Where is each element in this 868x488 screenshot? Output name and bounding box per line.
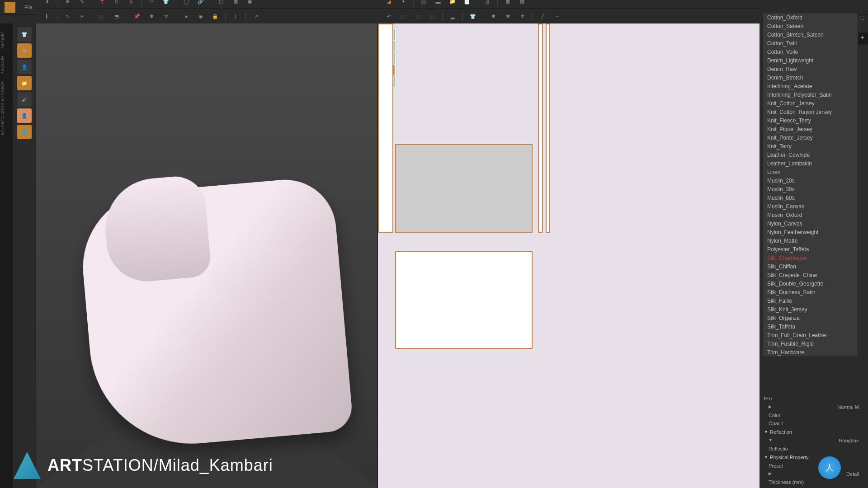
fabric-opt[interactable]: Leather_Cowhide <box>763 150 858 159</box>
lasso-icon[interactable]: ◯ <box>180 0 193 7</box>
cursor-icon[interactable]: ↖ <box>61 11 74 22</box>
select-move-icon[interactable]: ✥ <box>61 0 74 7</box>
fabric-opt[interactable]: Knit_Pique_Jersey <box>763 125 858 133</box>
pattern-piece-strip2[interactable] <box>546 23 550 233</box>
fabric-opt[interactable]: Nylon_Matte <box>763 236 858 245</box>
fabric-opt[interactable]: Cotton_Stretch_Sateen <box>763 30 858 39</box>
fabric-opt[interactable]: Denim_Lightweight <box>763 56 858 65</box>
fabric-opt[interactable]: Nylon_Featherweight <box>763 228 858 236</box>
fabric-preset-dropdown[interactable]: Cotton_Oxford Cotton_Sateen Cotton_Stret… <box>762 13 858 357</box>
tool-a-icon[interactable]: ⬚ <box>397 11 410 22</box>
fabric-opt[interactable]: Silk_Duchess_Satin <box>763 288 858 296</box>
fabric-opt[interactable]: Linen <box>763 168 858 176</box>
fabric-opt[interactable]: Silk_Faille <box>763 296 858 305</box>
world-icon[interactable]: ● <box>180 11 193 22</box>
dash-icon[interactable]: ┄ <box>551 11 563 22</box>
shirt2-icon[interactable]: 👕 <box>467 11 479 22</box>
prop-reflection-header[interactable]: ▼Reflection <box>760 427 868 436</box>
pattern-piece-main[interactable] <box>395 144 533 232</box>
tool-c-icon[interactable]: ⬚ <box>426 11 439 22</box>
fabric-opt[interactable]: Cotton_Sateen <box>763 22 858 30</box>
expand-icon[interactable]: ⛶ <box>860 15 864 20</box>
folder2-icon[interactable]: 📁 <box>446 0 459 7</box>
snap-icon[interactable]: ✱ <box>145 11 158 22</box>
edit-point-icon[interactable]: ✦ <box>397 0 410 7</box>
fabric-opt[interactable]: Denim_Raw <box>763 65 858 73</box>
head-icon[interactable]: 👤 <box>17 108 32 123</box>
fabric-opt[interactable]: Denim_Stretch <box>763 73 858 82</box>
tool-b-icon[interactable]: ⬚ <box>411 11 424 22</box>
fabric-opt[interactable]: Interlining_Acetate <box>763 82 858 90</box>
fabric-opt[interactable]: Silk_Chiffon <box>763 262 858 271</box>
fabric-opt[interactable]: Muslin_60s <box>763 193 858 202</box>
fabric-opt[interactable]: Knit_Cotton_Rayon Jersey <box>763 108 858 116</box>
prop-opacity[interactable]: Opacit <box>760 419 868 427</box>
box-icon[interactable]: ▢ <box>215 0 227 7</box>
snap2-icon[interactable]: ✲ <box>160 11 172 22</box>
prop-reflection2[interactable]: Reflectio <box>760 445 868 453</box>
avatar-mode-icon[interactable]: 👕 <box>17 27 32 42</box>
fabric-opt[interactable]: Silk_Crepede_Chine <box>763 271 858 279</box>
iron-icon[interactable]: ▂ <box>446 11 459 22</box>
fabric-opt[interactable]: Polyester_Taffeta <box>763 245 858 253</box>
undo-icon[interactable]: ↶ <box>382 11 395 22</box>
fabric-opt[interactable]: Nylon_Canvas <box>763 219 858 228</box>
fabric-opt[interactable]: Cotton_Voile <box>763 47 858 56</box>
pin-icon[interactable]: 📍 <box>96 0 108 7</box>
cut-icon[interactable]: ✂ <box>75 11 88 22</box>
fabric-opt[interactable]: Cotton_Oxford <box>763 13 858 22</box>
fabric-opt[interactable]: Silk_Charmeuse <box>763 253 858 262</box>
fabric-opt[interactable]: Cotton_Twill <box>763 39 858 47</box>
cube-icon[interactable]: ▣ <box>244 0 256 7</box>
sidebar-tab-history[interactable]: HISTORY <box>0 52 5 78</box>
globe-icon[interactable]: 🌐 <box>17 125 32 139</box>
grid2-icon[interactable]: ▦ <box>516 0 528 7</box>
sync-down-icon[interactable]: ⬇ <box>41 0 53 7</box>
grid1-icon[interactable]: ▦ <box>501 0 514 7</box>
pattern-piece-bottom[interactable] <box>395 251 533 349</box>
line-icon[interactable]: ╱ <box>536 11 549 22</box>
brush-icon[interactable]: 🖌 <box>17 92 32 107</box>
pattern-piece-top-left[interactable] <box>378 23 393 233</box>
gift-icon[interactable]: ▦ <box>229 0 242 7</box>
draped-fabric[interactable] <box>77 175 354 452</box>
snap5-icon[interactable]: ✲ <box>516 11 528 22</box>
zipper-icon[interactable]: | <box>229 11 242 22</box>
fabric-opt[interactable]: Silk_Taffeta <box>763 322 858 331</box>
fabric-opt[interactable]: Trim_Full_Grain_Leather <box>763 331 858 339</box>
link-icon[interactable]: 🔗 <box>194 0 207 7</box>
viewport-2d[interactable]: ◢ ✦ ⬛ ▬ 📁 📄 ||| ▦ ▦ ↶ ⬚ ⬚ ⬚ ▂ 👕 ✱ ✱ ✲ <box>377 23 760 488</box>
sidebar-tab-modular[interactable]: MODULAR CONFIGURATOR <box>0 78 5 139</box>
prop-normalmap[interactable]: ▶Normal M <box>760 403 868 411</box>
rect-icon[interactable]: ▬ <box>432 0 444 7</box>
lock-icon[interactable]: 🔒 <box>209 11 222 22</box>
fabric-opt[interactable]: Muslin_Oxford <box>763 211 858 219</box>
sidebar-tab-library[interactable]: LIBRARY <box>0 28 5 52</box>
transform-icon[interactable]: ⬛ <box>417 0 430 7</box>
person-icon[interactable]: 👤 <box>17 60 32 74</box>
walk-icon[interactable]: 🚶 <box>41 11 53 22</box>
fabric-opt[interactable]: Silk_Organza <box>763 314 858 322</box>
select-mesh-icon[interactable]: ✎ <box>75 0 88 7</box>
tack-icon[interactable]: 📌 <box>131 11 143 22</box>
fabric-opt[interactable]: Trim_Hardware <box>763 348 858 357</box>
folder-icon[interactable]: 📁 <box>17 76 32 90</box>
fabric-opt[interactable]: Leather_Lambskin <box>763 159 858 168</box>
edit-pattern-icon[interactable]: ◢ <box>382 0 395 7</box>
prop-roughness[interactable]: ▼Roughne <box>760 436 868 445</box>
clone-icon[interactable]: ⎘ <box>110 0 123 7</box>
fabric-opt[interactable]: Interlining_Polyester_Satin <box>763 90 858 99</box>
select-arrow-icon[interactable]: ↗ <box>250 11 262 22</box>
fabric-opt[interactable]: Muslin_Canvas <box>763 202 858 211</box>
shirt-icon[interactable]: 👕 <box>160 0 172 7</box>
fabric-opt[interactable]: Knit_Ponte_Jersey <box>763 133 858 142</box>
fabric-opt[interactable]: Knit_Terry <box>763 142 858 150</box>
fabric-opt[interactable]: Knit_Cotton_Jersey <box>763 99 858 108</box>
fabric-opt[interactable]: Silk_Double_Georgette <box>763 279 858 288</box>
pen-icon[interactable]: ✏ <box>145 0 158 7</box>
viewport-3d[interactable]: ⬇ ✥ ✎ 📍 ⎘ ⎘ ✏ 👕 ◯ 🔗 ▢ ▦ ▣ 🚶 ↖ ✂ ⬚ ⬒ <box>36 23 377 488</box>
pattern-piece-strip1[interactable] <box>538 23 542 233</box>
pattern-arrange-icon[interactable]: ⬚ <box>96 11 108 22</box>
menu-file[interactable]: File <box>20 3 37 12</box>
note-icon[interactable]: 📄 <box>461 0 473 7</box>
